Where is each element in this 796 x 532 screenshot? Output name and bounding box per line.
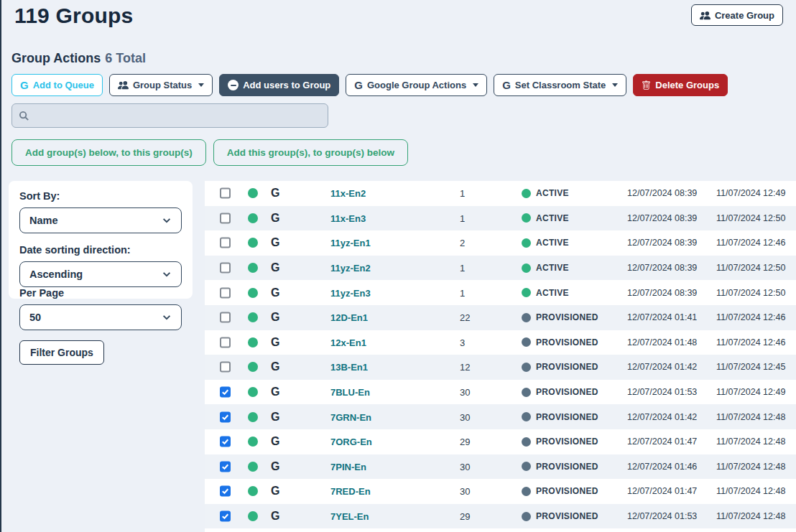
add-groups-below-to-this-button[interactable]: Add group(s) below, to this group(s): [11, 139, 206, 166]
google-group-actions-button[interactable]: G Google Group Actions: [346, 74, 487, 96]
group-name-link[interactable]: 11x-En3: [330, 213, 366, 223]
google-g-icon: G: [502, 80, 511, 90]
status-label: ACTIVE: [536, 263, 569, 273]
status-badge: PROVISIONED: [522, 437, 598, 447]
group-name-link[interactable]: 7GRN-En: [330, 411, 371, 422]
status-label: PROVISIONED: [536, 312, 598, 322]
member-count: 1: [460, 188, 465, 199]
status-dot: [522, 213, 531, 223]
row-checkbox[interactable]: [220, 461, 231, 472]
table-row: G 7BLU-En 30 PROVISIONED 12/07/2024 01:5…: [205, 380, 796, 405]
member-count: 2: [460, 238, 465, 248]
check-icon: [221, 462, 229, 470]
check-icon: [221, 438, 229, 446]
sync-status-dot-icon: [248, 387, 258, 397]
group-name-link[interactable]: 11x-En2: [330, 188, 366, 199]
created-date: 12/07/2024 01:47: [627, 486, 697, 496]
group-status-button[interactable]: Group Status: [109, 74, 213, 96]
sync-status-dot-icon: [248, 437, 258, 447]
row-checkbox[interactable]: [220, 312, 231, 323]
google-g-icon: G: [271, 187, 279, 200]
status-badge: PROVISIONED: [522, 511, 598, 521]
row-checkbox[interactable]: [220, 511, 231, 522]
group-name-link[interactable]: 7RED-En: [330, 486, 371, 497]
table-row: G 7RED-En 30 PROVISIONED 12/07/2024 01:4…: [205, 479, 796, 504]
caret-down-icon: [198, 83, 204, 87]
google-g-icon: G: [271, 460, 279, 473]
row-checkbox[interactable]: [220, 287, 231, 298]
status-badge: PROVISIONED: [522, 312, 598, 322]
status-badge: ACTIVE: [522, 238, 569, 248]
status-dot: [522, 388, 531, 397]
group-name-link[interactable]: 7BLU-En: [330, 387, 370, 398]
updated-date: 11/07/2024 12:50: [716, 213, 785, 223]
status-dot: [522, 487, 531, 496]
row-checkbox[interactable]: [220, 387, 231, 398]
status-label: PROVISIONED: [536, 412, 598, 422]
add-users-label: Add users to Group: [243, 80, 330, 90]
status-dot: [522, 189, 531, 198]
created-date: 12/07/2024 08:39: [627, 263, 697, 273]
row-checkbox[interactable]: [220, 411, 231, 422]
per-page-select[interactable]: 50: [19, 304, 182, 330]
group-name-link[interactable]: 11yz-En3: [330, 287, 371, 298]
group-name-link[interactable]: 12x-En1: [330, 337, 366, 347]
date-direction-select[interactable]: Ascending: [19, 261, 182, 287]
group-search-box: [11, 103, 328, 128]
status-dot: [522, 363, 531, 372]
group-name-link[interactable]: 11yz-En2: [330, 263, 371, 274]
add-users-to-group-button[interactable]: Add users to Group: [219, 74, 339, 96]
group-search-input[interactable]: [29, 104, 321, 127]
table-row: G 7YEL-En 29 PROVISIONED 12/07/2024 01:5…: [205, 504, 796, 529]
row-checkbox[interactable]: [220, 362, 231, 373]
add-to-queue-button[interactable]: G Add to Queue: [11, 74, 103, 96]
table-row: G 7PIN-En 30 PROVISIONED 12/07/2024 01:4…: [205, 454, 796, 480]
row-checkbox[interactable]: [220, 238, 231, 248]
status-dot: [522, 263, 531, 273]
row-checkbox[interactable]: [220, 213, 231, 223]
group-name-link[interactable]: 11yz-En1: [330, 238, 371, 248]
google-g-icon: G: [271, 336, 279, 349]
google-g-icon: G: [271, 386, 279, 398]
status-label: PROVISIONED: [536, 486, 598, 496]
status-badge: PROVISIONED: [522, 337, 598, 347]
created-date: 12/07/2024 01:46: [627, 462, 697, 472]
group-transfer-buttons: Add group(s) below, to this group(s) Add…: [11, 139, 408, 166]
group-name-link[interactable]: 7ORG-En: [330, 437, 372, 447]
sort-by-select[interactable]: Name: [19, 207, 182, 233]
group-name-link[interactable]: 7PIN-En: [330, 461, 366, 472]
row-checkbox[interactable]: [220, 437, 231, 447]
group-actions-total: 6 Total: [105, 51, 146, 65]
chevron-down-icon: [162, 312, 172, 322]
set-classroom-state-button[interactable]: G Set Classroom State: [494, 74, 626, 96]
created-date: 12/07/2024 08:39: [627, 213, 697, 223]
updated-date: 11/07/2024 12:48: [716, 486, 785, 496]
status-badge: ACTIVE: [522, 213, 569, 223]
group-name-link[interactable]: 13B-En1: [330, 362, 368, 373]
status-dot: [522, 462, 531, 471]
sort-by-value: Name: [29, 215, 58, 226]
google-g-icon: G: [271, 212, 279, 225]
per-page-block: Per Page 50 Filter Groups: [19, 287, 182, 365]
status-badge: PROVISIONED: [522, 387, 598, 397]
row-checkbox[interactable]: [220, 337, 231, 347]
created-date: 12/07/2024 01:48: [627, 337, 697, 347]
page-title: 119 Groups: [14, 0, 133, 32]
table-row: G 7GRN-En 30 PROVISIONED 12/07/2024 01:4…: [205, 404, 796, 429]
filter-groups-button[interactable]: Filter Groups: [19, 340, 104, 365]
search-icon: [19, 111, 29, 121]
member-count: 29: [460, 437, 470, 447]
row-checkbox[interactable]: [220, 263, 231, 274]
group-name-link[interactable]: 12D-En1: [330, 312, 368, 323]
status-label: PROVISIONED: [536, 337, 598, 347]
row-checkbox[interactable]: [220, 188, 231, 199]
create-group-button[interactable]: Create Group: [691, 4, 783, 26]
group-name-link[interactable]: 7YEL-En: [330, 511, 369, 522]
caret-down-icon: [612, 83, 618, 87]
action-buttons-row: G Add to Queue Group Status Add users to…: [11, 74, 728, 96]
add-this-group-to-groups-below-button[interactable]: Add this group(s), to group(s) below: [213, 139, 408, 166]
row-checkbox[interactable]: [220, 486, 231, 497]
people-icon: [700, 10, 711, 21]
status-badge: ACTIVE: [522, 188, 569, 198]
delete-groups-button[interactable]: Delete Groups: [633, 74, 728, 96]
